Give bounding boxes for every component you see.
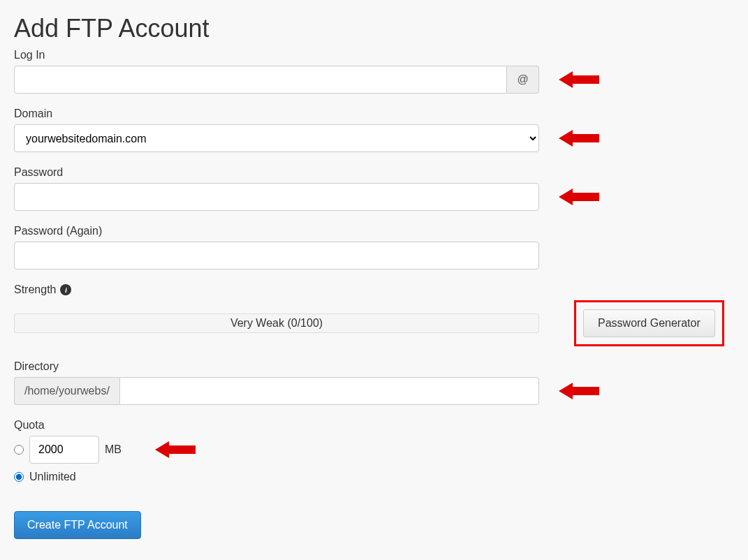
quota-unlimited-label: Unlimited	[29, 471, 76, 483]
login-input[interactable]	[14, 66, 507, 94]
annotation-arrow-icon	[559, 69, 601, 90]
strength-label: Strength	[14, 283, 56, 296]
quota-unlimited-radio[interactable]	[14, 472, 24, 482]
login-label: Log In	[14, 49, 734, 61]
create-ftp-account-button[interactable]: Create FTP Account	[14, 511, 141, 539]
annotation-arrow-icon	[559, 381, 601, 401]
info-icon[interactable]: i	[60, 284, 71, 295]
annotation-highlight: Password Generator	[574, 300, 724, 346]
at-addon: @	[507, 66, 539, 94]
directory-label: Directory	[14, 360, 734, 373]
password-generator-button[interactable]: Password Generator	[583, 309, 715, 337]
annotation-arrow-icon	[559, 186, 601, 207]
svg-marker-3	[559, 383, 599, 399]
directory-prefix: /home/yourwebs/	[14, 377, 119, 405]
password-again-input[interactable]	[14, 242, 539, 270]
strength-meter: Very Weak (0/100)	[14, 314, 539, 333]
password-label: Password	[14, 166, 734, 179]
annotation-arrow-icon	[559, 128, 601, 149]
quota-label: Quota	[14, 419, 734, 432]
domain-label: Domain	[14, 108, 734, 120]
svg-marker-0	[559, 71, 599, 88]
domain-select[interactable]: yourwebsitedomain.com	[14, 124, 539, 152]
page-title: Add FTP Account	[14, 14, 734, 43]
directory-input[interactable]	[119, 377, 539, 405]
svg-marker-1	[559, 130, 599, 147]
password-input[interactable]	[14, 183, 539, 211]
svg-marker-2	[559, 189, 599, 205]
password-again-label: Password (Again)	[14, 225, 734, 237]
svg-marker-4	[155, 441, 196, 458]
quota-custom-radio[interactable]	[14, 445, 24, 455]
quota-value-input[interactable]	[29, 436, 99, 464]
quota-unit-label: MB	[105, 443, 122, 456]
annotation-arrow-icon	[155, 439, 197, 460]
